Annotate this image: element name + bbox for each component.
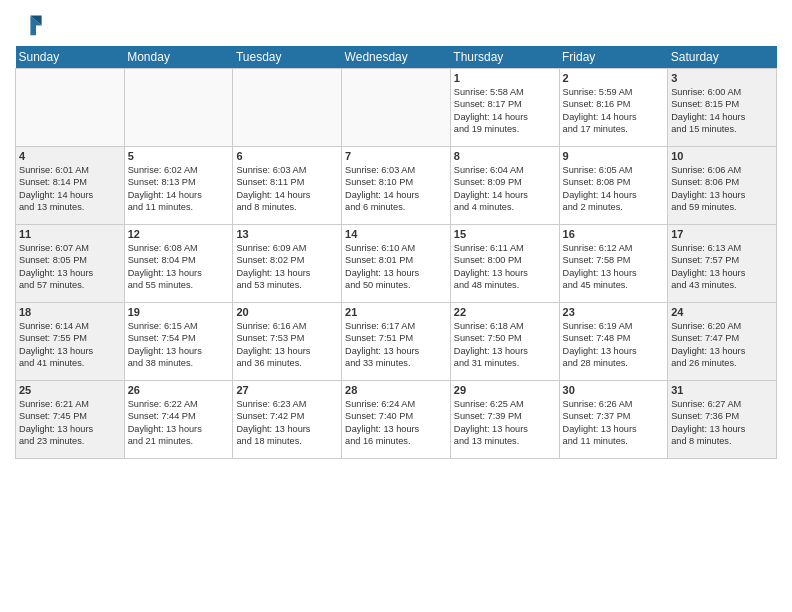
day-number: 3 [671,72,773,84]
calendar-cell: 29Sunrise: 6:25 AM Sunset: 7:39 PM Dayli… [450,381,559,459]
day-number: 18 [19,306,121,318]
day-number: 22 [454,306,556,318]
calendar-cell: 27Sunrise: 6:23 AM Sunset: 7:42 PM Dayli… [233,381,342,459]
day-number: 21 [345,306,447,318]
day-number: 24 [671,306,773,318]
header-row: SundayMondayTuesdayWednesdayThursdayFrid… [16,46,777,69]
day-number: 12 [128,228,230,240]
calendar-cell: 26Sunrise: 6:22 AM Sunset: 7:44 PM Dayli… [124,381,233,459]
calendar-cell: 11Sunrise: 6:07 AM Sunset: 8:05 PM Dayli… [16,225,125,303]
logo-icon [15,10,43,38]
col-header-friday: Friday [559,46,668,69]
cell-info: Sunrise: 5:59 AM Sunset: 8:16 PM Dayligh… [563,86,665,136]
cell-info: Sunrise: 5:58 AM Sunset: 8:17 PM Dayligh… [454,86,556,136]
col-header-monday: Monday [124,46,233,69]
calendar-row: 11Sunrise: 6:07 AM Sunset: 8:05 PM Dayli… [16,225,777,303]
day-number: 16 [563,228,665,240]
cell-info: Sunrise: 6:17 AM Sunset: 7:51 PM Dayligh… [345,320,447,370]
cell-info: Sunrise: 6:27 AM Sunset: 7:36 PM Dayligh… [671,398,773,448]
calendar-cell: 24Sunrise: 6:20 AM Sunset: 7:47 PM Dayli… [668,303,777,381]
calendar-row: 1Sunrise: 5:58 AM Sunset: 8:17 PM Daylig… [16,69,777,147]
col-header-thursday: Thursday [450,46,559,69]
cell-info: Sunrise: 6:09 AM Sunset: 8:02 PM Dayligh… [236,242,338,292]
calendar-cell: 18Sunrise: 6:14 AM Sunset: 7:55 PM Dayli… [16,303,125,381]
cell-info: Sunrise: 6:05 AM Sunset: 8:08 PM Dayligh… [563,164,665,214]
cell-info: Sunrise: 6:03 AM Sunset: 8:10 PM Dayligh… [345,164,447,214]
calendar-cell [233,69,342,147]
cell-info: Sunrise: 6:26 AM Sunset: 7:37 PM Dayligh… [563,398,665,448]
cell-info: Sunrise: 6:22 AM Sunset: 7:44 PM Dayligh… [128,398,230,448]
day-number: 17 [671,228,773,240]
calendar-row: 4Sunrise: 6:01 AM Sunset: 8:14 PM Daylig… [16,147,777,225]
calendar-cell: 21Sunrise: 6:17 AM Sunset: 7:51 PM Dayli… [342,303,451,381]
cell-info: Sunrise: 6:04 AM Sunset: 8:09 PM Dayligh… [454,164,556,214]
calendar-page: SundayMondayTuesdayWednesdayThursdayFrid… [0,0,792,612]
calendar-cell: 17Sunrise: 6:13 AM Sunset: 7:57 PM Dayli… [668,225,777,303]
calendar-cell: 22Sunrise: 6:18 AM Sunset: 7:50 PM Dayli… [450,303,559,381]
cell-info: Sunrise: 6:15 AM Sunset: 7:54 PM Dayligh… [128,320,230,370]
col-header-saturday: Saturday [668,46,777,69]
day-number: 23 [563,306,665,318]
calendar-row: 18Sunrise: 6:14 AM Sunset: 7:55 PM Dayli… [16,303,777,381]
col-header-sunday: Sunday [16,46,125,69]
cell-info: Sunrise: 6:18 AM Sunset: 7:50 PM Dayligh… [454,320,556,370]
cell-info: Sunrise: 6:14 AM Sunset: 7:55 PM Dayligh… [19,320,121,370]
calendar-cell: 2Sunrise: 5:59 AM Sunset: 8:16 PM Daylig… [559,69,668,147]
calendar-cell: 10Sunrise: 6:06 AM Sunset: 8:06 PM Dayli… [668,147,777,225]
calendar-cell: 28Sunrise: 6:24 AM Sunset: 7:40 PM Dayli… [342,381,451,459]
day-number: 7 [345,150,447,162]
header [15,10,777,38]
day-number: 8 [454,150,556,162]
cell-info: Sunrise: 6:19 AM Sunset: 7:48 PM Dayligh… [563,320,665,370]
calendar-cell: 15Sunrise: 6:11 AM Sunset: 8:00 PM Dayli… [450,225,559,303]
logo [15,10,47,38]
day-number: 29 [454,384,556,396]
calendar-cell: 9Sunrise: 6:05 AM Sunset: 8:08 PM Daylig… [559,147,668,225]
calendar-cell [124,69,233,147]
cell-info: Sunrise: 6:12 AM Sunset: 7:58 PM Dayligh… [563,242,665,292]
calendar-cell [16,69,125,147]
cell-info: Sunrise: 6:16 AM Sunset: 7:53 PM Dayligh… [236,320,338,370]
cell-info: Sunrise: 6:11 AM Sunset: 8:00 PM Dayligh… [454,242,556,292]
day-number: 6 [236,150,338,162]
day-number: 15 [454,228,556,240]
calendar-cell: 1Sunrise: 5:58 AM Sunset: 8:17 PM Daylig… [450,69,559,147]
day-number: 30 [563,384,665,396]
calendar-cell: 20Sunrise: 6:16 AM Sunset: 7:53 PM Dayli… [233,303,342,381]
calendar-cell: 25Sunrise: 6:21 AM Sunset: 7:45 PM Dayli… [16,381,125,459]
calendar-cell: 8Sunrise: 6:04 AM Sunset: 8:09 PM Daylig… [450,147,559,225]
cell-info: Sunrise: 6:08 AM Sunset: 8:04 PM Dayligh… [128,242,230,292]
day-number: 26 [128,384,230,396]
cell-info: Sunrise: 6:10 AM Sunset: 8:01 PM Dayligh… [345,242,447,292]
cell-info: Sunrise: 6:00 AM Sunset: 8:15 PM Dayligh… [671,86,773,136]
day-number: 13 [236,228,338,240]
cell-info: Sunrise: 6:23 AM Sunset: 7:42 PM Dayligh… [236,398,338,448]
cell-info: Sunrise: 6:13 AM Sunset: 7:57 PM Dayligh… [671,242,773,292]
cell-info: Sunrise: 6:25 AM Sunset: 7:39 PM Dayligh… [454,398,556,448]
col-header-wednesday: Wednesday [342,46,451,69]
cell-info: Sunrise: 6:20 AM Sunset: 7:47 PM Dayligh… [671,320,773,370]
calendar-cell: 16Sunrise: 6:12 AM Sunset: 7:58 PM Dayli… [559,225,668,303]
calendar-table: SundayMondayTuesdayWednesdayThursdayFrid… [15,46,777,459]
calendar-cell: 14Sunrise: 6:10 AM Sunset: 8:01 PM Dayli… [342,225,451,303]
calendar-cell: 31Sunrise: 6:27 AM Sunset: 7:36 PM Dayli… [668,381,777,459]
calendar-cell: 7Sunrise: 6:03 AM Sunset: 8:10 PM Daylig… [342,147,451,225]
calendar-cell: 12Sunrise: 6:08 AM Sunset: 8:04 PM Dayli… [124,225,233,303]
day-number: 4 [19,150,121,162]
cell-info: Sunrise: 6:03 AM Sunset: 8:11 PM Dayligh… [236,164,338,214]
day-number: 31 [671,384,773,396]
cell-info: Sunrise: 6:07 AM Sunset: 8:05 PM Dayligh… [19,242,121,292]
day-number: 2 [563,72,665,84]
calendar-cell: 13Sunrise: 6:09 AM Sunset: 8:02 PM Dayli… [233,225,342,303]
day-number: 5 [128,150,230,162]
day-number: 1 [454,72,556,84]
day-number: 20 [236,306,338,318]
calendar-row: 25Sunrise: 6:21 AM Sunset: 7:45 PM Dayli… [16,381,777,459]
calendar-cell: 5Sunrise: 6:02 AM Sunset: 8:13 PM Daylig… [124,147,233,225]
calendar-cell: 6Sunrise: 6:03 AM Sunset: 8:11 PM Daylig… [233,147,342,225]
cell-info: Sunrise: 6:01 AM Sunset: 8:14 PM Dayligh… [19,164,121,214]
day-number: 10 [671,150,773,162]
day-number: 27 [236,384,338,396]
cell-info: Sunrise: 6:02 AM Sunset: 8:13 PM Dayligh… [128,164,230,214]
day-number: 11 [19,228,121,240]
